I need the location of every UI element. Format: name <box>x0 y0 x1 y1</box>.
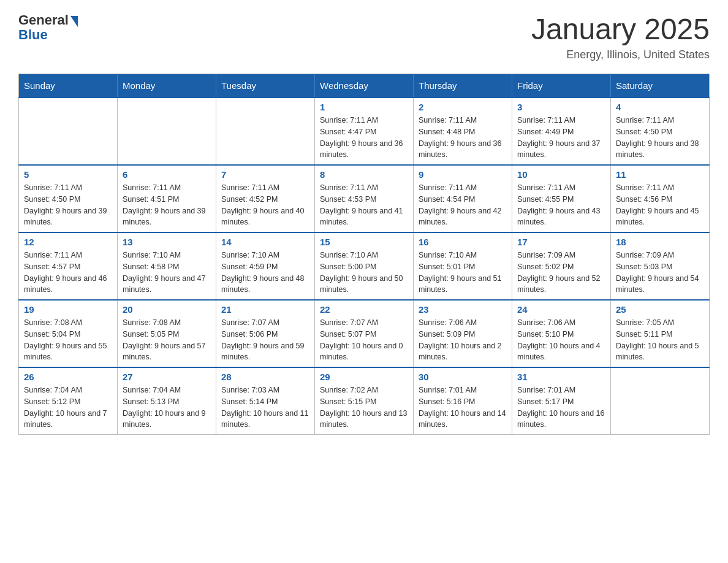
calendar-cell <box>216 98 315 165</box>
calendar-cell: 28Sunrise: 7:03 AMSunset: 5:14 PMDayligh… <box>216 367 315 435</box>
day-number: 14 <box>221 237 309 247</box>
calendar-cell: 1Sunrise: 7:11 AMSunset: 4:47 PMDaylight… <box>315 98 414 165</box>
day-number: 8 <box>320 169 408 180</box>
day-info: Sunrise: 7:07 AMSunset: 5:07 PMDaylight:… <box>320 317 408 363</box>
calendar-cell: 19Sunrise: 7:08 AMSunset: 5:04 PMDayligh… <box>19 300 118 367</box>
title-section: January 2025 Energy, Illinois, United St… <box>531 12 710 61</box>
day-info: Sunrise: 7:09 AMSunset: 5:02 PMDaylight:… <box>517 250 605 296</box>
calendar-cell: 4Sunrise: 7:11 AMSunset: 4:50 PMDaylight… <box>611 98 710 165</box>
calendar-week-row: 12Sunrise: 7:11 AMSunset: 4:57 PMDayligh… <box>19 232 710 300</box>
calendar-cell: 17Sunrise: 7:09 AMSunset: 5:02 PMDayligh… <box>512 232 611 300</box>
day-info: Sunrise: 7:04 AMSunset: 5:13 PMDaylight:… <box>123 385 211 431</box>
day-number: 24 <box>517 304 605 315</box>
day-number: 13 <box>123 237 211 247</box>
calendar-cell: 8Sunrise: 7:11 AMSunset: 4:53 PMDaylight… <box>315 165 414 232</box>
day-info: Sunrise: 7:08 AMSunset: 5:05 PMDaylight:… <box>123 317 211 363</box>
calendar-cell: 18Sunrise: 7:09 AMSunset: 5:03 PMDayligh… <box>611 232 710 300</box>
calendar-week-row: 19Sunrise: 7:08 AMSunset: 5:04 PMDayligh… <box>19 300 710 367</box>
calendar-cell: 12Sunrise: 7:11 AMSunset: 4:57 PMDayligh… <box>19 232 118 300</box>
day-info: Sunrise: 7:11 AMSunset: 4:47 PMDaylight:… <box>320 115 408 161</box>
day-info: Sunrise: 7:05 AMSunset: 5:11 PMDaylight:… <box>616 317 704 363</box>
calendar-cell: 26Sunrise: 7:04 AMSunset: 5:12 PMDayligh… <box>19 367 118 435</box>
day-number: 15 <box>320 237 408 247</box>
day-info: Sunrise: 7:03 AMSunset: 5:14 PMDaylight:… <box>221 385 309 431</box>
calendar-cell <box>19 98 118 165</box>
weekday-header-row: SundayMondayTuesdayWednesdayThursdayFrid… <box>19 74 710 98</box>
day-number: 25 <box>616 304 704 315</box>
day-number: 16 <box>419 237 507 247</box>
day-number: 5 <box>24 169 112 180</box>
day-info: Sunrise: 7:10 AMSunset: 5:01 PMDaylight:… <box>419 250 507 296</box>
day-info: Sunrise: 7:11 AMSunset: 4:56 PMDaylight:… <box>616 182 704 228</box>
day-info: Sunrise: 7:11 AMSunset: 4:50 PMDaylight:… <box>24 182 112 228</box>
calendar-cell: 23Sunrise: 7:06 AMSunset: 5:09 PMDayligh… <box>414 300 512 367</box>
day-info: Sunrise: 7:11 AMSunset: 4:48 PMDaylight:… <box>419 115 507 161</box>
calendar-week-row: 1Sunrise: 7:11 AMSunset: 4:47 PMDaylight… <box>19 98 710 165</box>
day-number: 26 <box>24 372 112 382</box>
logo-blue-text: Blue <box>18 27 48 43</box>
weekday-header-thursday: Thursday <box>414 74 512 98</box>
calendar-cell: 27Sunrise: 7:04 AMSunset: 5:13 PMDayligh… <box>118 367 216 435</box>
weekday-header-sunday: Sunday <box>19 74 118 98</box>
day-info: Sunrise: 7:07 AMSunset: 5:06 PMDaylight:… <box>221 317 309 363</box>
day-info: Sunrise: 7:11 AMSunset: 4:50 PMDaylight:… <box>616 115 704 161</box>
calendar-cell: 9Sunrise: 7:11 AMSunset: 4:54 PMDaylight… <box>414 165 512 232</box>
page-header: General Blue January 2025 Energy, Illino… <box>18 12 710 61</box>
weekday-header-friday: Friday <box>512 74 611 98</box>
day-info: Sunrise: 7:10 AMSunset: 5:00 PMDaylight:… <box>320 250 408 296</box>
calendar-week-row: 26Sunrise: 7:04 AMSunset: 5:12 PMDayligh… <box>19 367 710 435</box>
day-number: 30 <box>419 372 507 382</box>
calendar-cell: 15Sunrise: 7:10 AMSunset: 5:00 PMDayligh… <box>315 232 414 300</box>
calendar-cell <box>611 367 710 435</box>
day-info: Sunrise: 7:10 AMSunset: 4:59 PMDaylight:… <box>221 250 309 296</box>
weekday-header-monday: Monday <box>118 74 216 98</box>
calendar-cell: 20Sunrise: 7:08 AMSunset: 5:05 PMDayligh… <box>118 300 216 367</box>
day-info: Sunrise: 7:11 AMSunset: 4:52 PMDaylight:… <box>221 182 309 228</box>
day-number: 31 <box>517 372 605 382</box>
month-title: January 2025 <box>531 12 710 46</box>
day-info: Sunrise: 7:10 AMSunset: 4:58 PMDaylight:… <box>123 250 211 296</box>
day-number: 11 <box>616 169 704 180</box>
day-number: 4 <box>616 102 704 112</box>
calendar-cell: 29Sunrise: 7:02 AMSunset: 5:15 PMDayligh… <box>315 367 414 435</box>
calendar-cell: 6Sunrise: 7:11 AMSunset: 4:51 PMDaylight… <box>118 165 216 232</box>
day-number: 6 <box>123 169 211 180</box>
day-number: 1 <box>320 102 408 112</box>
day-number: 23 <box>419 304 507 315</box>
calendar-cell: 10Sunrise: 7:11 AMSunset: 4:55 PMDayligh… <box>512 165 611 232</box>
day-number: 28 <box>221 372 309 382</box>
calendar-cell: 2Sunrise: 7:11 AMSunset: 4:48 PMDaylight… <box>414 98 512 165</box>
calendar-cell <box>118 98 216 165</box>
logo-general-text: General <box>18 12 69 28</box>
calendar-cell: 25Sunrise: 7:05 AMSunset: 5:11 PMDayligh… <box>611 300 710 367</box>
day-info: Sunrise: 7:02 AMSunset: 5:15 PMDaylight:… <box>320 385 408 431</box>
day-info: Sunrise: 7:11 AMSunset: 4:51 PMDaylight:… <box>123 182 211 228</box>
calendar-cell: 3Sunrise: 7:11 AMSunset: 4:49 PMDaylight… <box>512 98 611 165</box>
logo: General Blue <box>18 12 78 43</box>
day-info: Sunrise: 7:11 AMSunset: 4:57 PMDaylight:… <box>24 250 112 296</box>
weekday-header-wednesday: Wednesday <box>315 74 414 98</box>
calendar-cell: 16Sunrise: 7:10 AMSunset: 5:01 PMDayligh… <box>414 232 512 300</box>
logo-arrow-icon <box>70 16 78 27</box>
day-number: 9 <box>419 169 507 180</box>
day-number: 17 <box>517 237 605 247</box>
day-info: Sunrise: 7:11 AMSunset: 4:53 PMDaylight:… <box>320 182 408 228</box>
day-info: Sunrise: 7:11 AMSunset: 4:49 PMDaylight:… <box>517 115 605 161</box>
day-number: 21 <box>221 304 309 315</box>
day-number: 2 <box>419 102 507 112</box>
location-title: Energy, Illinois, United States <box>531 48 710 61</box>
day-info: Sunrise: 7:08 AMSunset: 5:04 PMDaylight:… <box>24 317 112 363</box>
weekday-header-saturday: Saturday <box>611 74 710 98</box>
calendar-cell: 14Sunrise: 7:10 AMSunset: 4:59 PMDayligh… <box>216 232 315 300</box>
calendar-cell: 30Sunrise: 7:01 AMSunset: 5:16 PMDayligh… <box>414 367 512 435</box>
day-number: 7 <box>221 169 309 180</box>
calendar-cell: 11Sunrise: 7:11 AMSunset: 4:56 PMDayligh… <box>611 165 710 232</box>
day-info: Sunrise: 7:01 AMSunset: 5:17 PMDaylight:… <box>517 385 605 431</box>
day-number: 27 <box>123 372 211 382</box>
calendar-cell: 13Sunrise: 7:10 AMSunset: 4:58 PMDayligh… <box>118 232 216 300</box>
calendar-cell: 21Sunrise: 7:07 AMSunset: 5:06 PMDayligh… <box>216 300 315 367</box>
day-info: Sunrise: 7:09 AMSunset: 5:03 PMDaylight:… <box>616 250 704 296</box>
calendar-cell: 7Sunrise: 7:11 AMSunset: 4:52 PMDaylight… <box>216 165 315 232</box>
day-info: Sunrise: 7:06 AMSunset: 5:10 PMDaylight:… <box>517 317 605 363</box>
calendar-cell: 5Sunrise: 7:11 AMSunset: 4:50 PMDaylight… <box>19 165 118 232</box>
